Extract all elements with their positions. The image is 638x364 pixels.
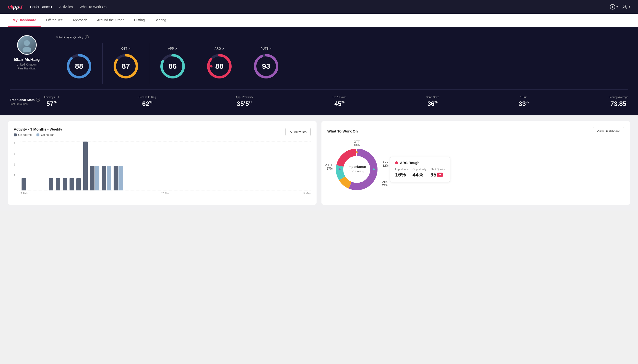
legend-on-course-dot: [14, 134, 17, 136]
add-button[interactable]: ▾: [610, 4, 618, 10]
svg-point-26: [373, 168, 375, 170]
trad-stats-help-icon[interactable]: ?: [36, 98, 40, 102]
hero-top: Blair McHarg United Kingdom Plus Handica…: [10, 35, 628, 84]
ring-value-app: 86: [159, 53, 186, 80]
donut-label-arg: ARG 21%: [382, 180, 388, 187]
donut-label-app: APP 12%: [383, 160, 388, 168]
bar-chart: 4 3 2 1 0: [14, 142, 311, 195]
bar-group-1: [22, 178, 26, 190]
y-label-2: 2: [14, 163, 15, 166]
stat-sand-save: Sand Save 36%: [426, 96, 439, 108]
bar-on-5: [49, 178, 53, 190]
hero-section: Blair McHarg United Kingdom Plus Handica…: [0, 28, 638, 116]
all-activities-button[interactable]: All Activities: [285, 128, 311, 136]
tooltip-title: ARG Rough: [400, 161, 419, 165]
svg-point-28: [339, 168, 341, 170]
player-handicap: Plus Handicap: [17, 67, 36, 70]
x-label-mar: 28 Mar: [161, 192, 169, 195]
nav-links: Performance ▾ Activities What To Work On: [30, 5, 602, 9]
tooltip-stat-importance: Importance 16%: [395, 168, 408, 178]
bar-on-9: [76, 178, 81, 190]
svg-text:Importance: Importance: [347, 165, 366, 169]
user-button[interactable]: ▾: [622, 4, 630, 10]
bar-on-13: [114, 166, 118, 190]
ring-app: APP ↗ 86: [149, 43, 196, 84]
tooltip-card: ARG Rough Importance 16% Opportunity 44%: [390, 157, 450, 182]
y-label-3: 3: [14, 152, 15, 155]
ring-arg: ARG ↗ 88: [196, 43, 243, 84]
x-label-feb: 7 Feb: [21, 192, 28, 195]
svg-point-4: [24, 40, 30, 46]
y-label-0: 0: [14, 184, 15, 188]
stat-fairways-hit: Fairways Hit 57%: [44, 96, 59, 108]
player-info: Blair McHarg United Kingdom Plus Handica…: [10, 35, 44, 70]
shot-quality-badge: ▼: [437, 172, 443, 177]
donut-wrapper: OTT 10% APP 12% ARG 21% PUTT 57%: [327, 140, 386, 199]
ring-ott: OTT ↗ 87: [103, 43, 149, 84]
tab-scoring[interactable]: Scoring: [150, 14, 171, 27]
stat-up-down: Up & Down 45%: [333, 96, 346, 108]
bar-on-12: [102, 166, 106, 190]
ring-value-ott: 87: [112, 53, 139, 80]
bar-on-7: [63, 178, 67, 190]
stat-1-putt: 1 Putt 33%: [519, 96, 529, 108]
legend-on-course: On course: [14, 133, 32, 137]
what-to-work-on-panel: What To Work On View Dashboard OTT 10% A…: [321, 121, 630, 204]
tooltip-dot: [395, 161, 398, 164]
activity-panel: Activity - 3 Months - Weekly On course O…: [8, 121, 317, 204]
avatar: [17, 35, 37, 55]
bar-on-6: [56, 178, 60, 190]
chart-legend: On course Off course: [14, 133, 62, 137]
nav-what-to-work-on[interactable]: What To Work On: [80, 5, 106, 9]
donut-svg: Importance To Scoring: [332, 145, 381, 194]
bar-on-1: [22, 178, 26, 190]
activity-panel-title: Activity - 3 Months - Weekly: [14, 127, 62, 131]
bar-off-13: [118, 166, 123, 190]
legend-off-course-dot: [37, 134, 39, 136]
ring-value-overall: 88: [66, 53, 93, 80]
ring-putt: PUTT ↗ 93: [243, 43, 289, 84]
bar-on-11: [90, 166, 95, 190]
stat-greens-in-reg: Greens In Reg 62%: [139, 96, 156, 108]
x-label-may: 9 May: [303, 192, 311, 195]
player-country: United Kingdom: [17, 63, 37, 66]
tooltip-stat-opportunity: Opportunity 44%: [412, 168, 427, 178]
svg-point-5: [23, 47, 31, 52]
tab-off-the-tee[interactable]: Off the Tee: [41, 14, 68, 27]
tab-my-dashboard[interactable]: My Dashboard: [8, 14, 41, 27]
tab-around-the-green[interactable]: Around the Green: [92, 14, 129, 27]
svg-text:To Scoring: To Scoring: [349, 170, 364, 173]
stat-items: Fairways Hit 57% Greens In Reg 62% App. …: [44, 96, 628, 108]
svg-point-3: [624, 5, 626, 7]
tooltip-stat-shot-quality: Shot Quality 95 ▼: [431, 168, 445, 178]
player-name: Blair McHarg: [14, 57, 40, 62]
ring-value-putt: 93: [253, 53, 280, 80]
top-nav: clippd Performance ▾ Activities What To …: [0, 0, 638, 14]
score-rings: TPQ 88 OTT ↗: [56, 43, 628, 84]
bar-on-8: [70, 178, 74, 190]
legend-off-course: Off course: [37, 133, 54, 137]
traditional-stats: Traditional Stats ? Last 20 rounds Fairw…: [10, 90, 628, 108]
bars-container: [21, 142, 311, 190]
tab-putting[interactable]: Putting: [129, 14, 150, 27]
stat-scoring-average: Scoring Average 73.85: [608, 96, 628, 108]
tpq-section: Total Player Quality ? TPQ 88: [56, 35, 628, 84]
nav-activities[interactable]: Activities: [59, 5, 73, 9]
logo[interactable]: clippd: [8, 4, 22, 10]
wtwon-header: What To Work On View Dashboard: [327, 127, 624, 135]
nav-performance[interactable]: Performance ▾: [30, 5, 52, 9]
bar-off-11: [95, 166, 99, 190]
ring-svg-overall: 88: [66, 53, 93, 80]
tab-approach[interactable]: Approach: [68, 14, 92, 27]
donut-label-putt: PUTT 57%: [325, 164, 332, 170]
x-labels: 7 Feb 28 Mar 9 May: [21, 190, 311, 195]
donut-section: OTT 10% APP 12% ARG 21% PUTT 57%: [327, 140, 624, 199]
tpq-help-icon[interactable]: ?: [85, 35, 89, 39]
nav-right: ▾ ▾: [610, 4, 630, 10]
stat-app-proximity: App. Proximity 35'5": [236, 96, 253, 108]
ring-overall: TPQ 88: [56, 43, 103, 84]
svg-point-25: [356, 151, 358, 153]
svg-point-27: [356, 186, 358, 188]
view-dashboard-button[interactable]: View Dashboard: [593, 127, 624, 135]
wtwon-title: What To Work On: [327, 129, 358, 133]
